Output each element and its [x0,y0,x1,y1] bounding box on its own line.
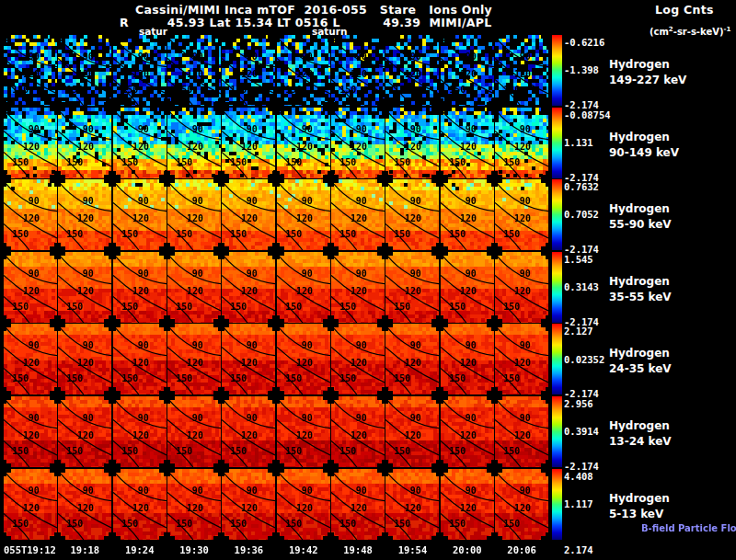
time-tick-label: 20:06 [507,544,536,555]
time-tick-label: 19:30 [179,544,209,555]
time-tick-label: 19:36 [235,544,264,555]
bfield-particle-flow-label: B-field Particle Flow [641,523,736,533]
time-tick-label: 055T19:12 [4,544,56,555]
time-tick-label: 19:18 [71,544,100,555]
time-tick-label: 19:42 [289,544,318,555]
mimi-inca-spectrogram: Cassini/MIMI Inca mTOF 2016-055 Stare Io… [0,0,736,560]
time-tick-label: 20:00 [453,544,482,555]
time-tick-label: 19:24 [125,544,155,555]
time-tick-label: 19:48 [343,544,373,555]
time-axis: 055T19:1219:1819:2419:3019:3619:4219:481… [0,0,736,560]
time-tick-label: 19:54 [398,544,428,555]
